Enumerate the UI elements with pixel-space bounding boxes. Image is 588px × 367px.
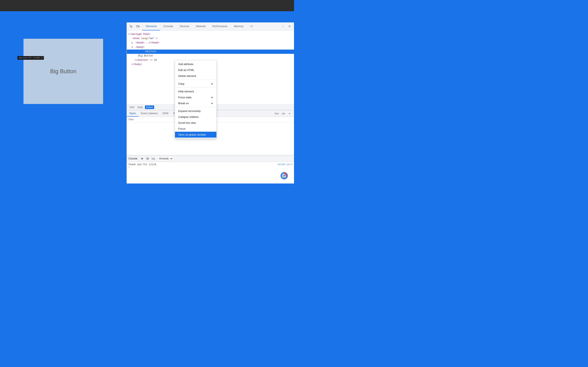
add-style-button[interactable]: + — [287, 111, 292, 117]
console-top-label: top — [152, 157, 155, 160]
tab-memory[interactable]: Memory — [231, 22, 247, 30]
ctx-divider-2 — [175, 87, 216, 88]
hov-button[interactable]: :hov — [273, 111, 280, 117]
elements-panel: <!doctype html> <html lang="en" > ▶ <hea… — [127, 31, 294, 184]
console-title: Console — [129, 157, 138, 160]
ctx-add-attribute[interactable]: Add attribute — [175, 61, 216, 67]
svg-marker-2 — [141, 158, 143, 160]
devtools-toolbar-icons — [127, 22, 143, 30]
tab-network[interactable]: Network — [193, 22, 209, 30]
chrome-logo — [281, 172, 288, 179]
devtools-toolbar: Elements Console Sources Network Perform… — [127, 22, 294, 31]
breadcrumb-button[interactable]: button — [145, 105, 154, 109]
tree-line-body[interactable]: ▼ <body> — [127, 45, 294, 50]
tab-styles[interactable]: Styles — [127, 110, 138, 117]
tab-sources[interactable]: Sources — [176, 22, 193, 30]
ctx-break-on[interactable]: Break on ▶ — [175, 100, 216, 106]
context-menu: Add attribute Edit as HTML Delete elemen… — [175, 60, 217, 139]
ctx-force-state[interactable]: Force state ▶ — [175, 94, 216, 100]
svg-rect-1 — [139, 26, 139, 27]
ctx-copy[interactable]: Copy ▶ — [175, 81, 216, 87]
tab-event-listeners[interactable]: Event Listeners — [138, 110, 160, 117]
ctx-scroll-into-view[interactable]: Scroll into view — [175, 120, 216, 126]
console-content: thank you for click script.js:2 > — [127, 162, 294, 184]
tree-line-head[interactable]: ▶ <head>...</head> — [127, 41, 294, 45]
browser-frame: button 447.3×365.5 Big Button — [0, 0, 294, 184]
webpage-area: button 447.3×365.5 Big Button — [0, 22, 127, 184]
styles-tab-right: :hov .cls + — [272, 110, 294, 117]
tab-more[interactable]: >> — [247, 22, 256, 30]
console-log-line: thank you for click script.js:2 — [129, 163, 292, 166]
ctx-expand-recursively[interactable]: Expand recursively — [175, 108, 216, 114]
tree-line-html[interactable]: <html lang="en" > — [127, 36, 294, 41]
tab-elements[interactable]: Elements — [143, 22, 160, 30]
ctx-store-as-global[interactable]: Store as global variable — [175, 132, 216, 138]
ctx-hide-element[interactable]: Hide element — [175, 89, 216, 94]
console-input-line: > — [129, 166, 292, 169]
inspect-element-button[interactable] — [129, 24, 134, 29]
console-prompt: > — [129, 166, 130, 169]
devtools-close-button[interactable]: × — [287, 24, 292, 29]
devtools-toolbar-right: ⋮ × — [278, 22, 294, 30]
console-log-text: thank you for click — [129, 163, 156, 166]
tree-line-button-text[interactable]: Big Button — [127, 54, 294, 58]
ctx-collapse-children[interactable]: Collapse children — [175, 114, 216, 120]
device-toolbar-button[interactable] — [135, 24, 141, 29]
devtools-menu-button[interactable]: ⋮ — [280, 24, 286, 29]
cls-button[interactable]: .cls — [281, 111, 286, 117]
ctx-divider-3 — [175, 107, 216, 107]
tree-line-button[interactable]: ... <button> — [127, 50, 294, 54]
element-tooltip: button 447.3×365.5 — [17, 56, 44, 60]
ctx-focus[interactable]: Focus — [175, 126, 216, 132]
breadcrumb-body[interactable]: body — [136, 105, 144, 109]
svg-point-9 — [283, 175, 285, 177]
console-toolbar: Console top — [127, 155, 294, 162]
tree-line-doctype[interactable]: <!doctype html> — [127, 32, 294, 36]
console-play-button[interactable] — [140, 157, 144, 161]
console-block-button[interactable] — [146, 157, 150, 161]
svg-rect-0 — [136, 25, 138, 27]
ctx-edit-as-html[interactable]: Edit as HTML — [175, 67, 216, 73]
big-button[interactable]: Big Button — [24, 39, 103, 104]
tooltip-tag: button — [19, 57, 27, 59]
devtools-panel: Elements Console Sources Network Perform… — [127, 22, 294, 184]
svg-line-4 — [147, 158, 148, 159]
big-button-wrapper: Big Button — [24, 39, 103, 104]
devtools-tabs: Elements Console Sources Network Perform… — [143, 22, 278, 30]
console-level-select[interactable]: All levels — [157, 156, 173, 161]
breadcrumb-html[interactable]: html — [129, 105, 136, 109]
tab-dom[interactable]: DOM — [160, 110, 171, 117]
console-panel: Console top — [127, 155, 294, 184]
tab-console[interactable]: Console — [160, 22, 176, 30]
console-log-source[interactable]: script.js:2 — [277, 163, 292, 166]
browser-top-bar — [0, 0, 294, 11]
tab-performance[interactable]: Performance — [209, 22, 231, 30]
tooltip-dimensions: 447.3×365.5 — [28, 57, 43, 59]
page-area: button 447.3×365.5 Big Button — [0, 11, 294, 184]
ctx-divider-1 — [175, 80, 216, 80]
ctx-delete-element[interactable]: Delete element — [175, 73, 216, 79]
